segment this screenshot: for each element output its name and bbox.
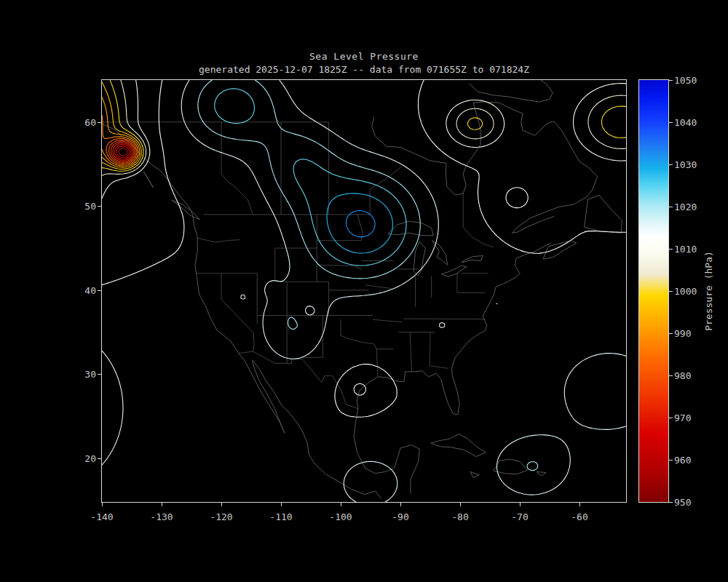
- colorbar-tick-mark: [669, 164, 673, 165]
- x-tick-label: -60: [550, 511, 609, 522]
- x-tick-label: -110: [252, 511, 310, 522]
- x-tick-label: -80: [431, 511, 489, 522]
- colorbar-tick-mark: [669, 249, 673, 250]
- colorbar-gradient: [638, 79, 669, 503]
- colorbar-tick-mark: [669, 80, 673, 81]
- x-tick-mark: [520, 503, 521, 506]
- colorbar-tick-label: 1050: [674, 75, 697, 86]
- colorbar-tick-label: 950: [674, 497, 691, 508]
- x-tick-label: -120: [192, 511, 250, 522]
- colorbar-tick-label: 1030: [674, 159, 697, 170]
- x-tick-label: -90: [371, 511, 430, 522]
- x-tick-label: -130: [132, 511, 191, 522]
- y-tick-mark: [98, 290, 101, 291]
- colorbar-tick-label: 980: [674, 370, 691, 381]
- colorbar-axis-label: Pressure (hPa): [703, 251, 714, 331]
- colorbar-tick-label: 960: [674, 455, 691, 466]
- colorbar-tick-mark: [669, 122, 673, 123]
- colorbar-tick-mark: [669, 291, 673, 292]
- y-tick-mark: [98, 122, 101, 123]
- chart-title: Sea Level Pressure: [102, 51, 626, 62]
- colorbar-tick-mark: [669, 207, 673, 207]
- colorbar-tick-label: 990: [674, 328, 691, 339]
- sea-level-pressure-figure: Sea Level Pressure generated 2025-12-07 …: [0, 0, 728, 582]
- colorbar-tick-label: 1010: [674, 244, 697, 255]
- y-tick-label: 30: [44, 369, 96, 380]
- x-tick-mark: [221, 503, 222, 506]
- y-tick-label: 60: [44, 116, 96, 127]
- y-tick-label: 50: [44, 201, 96, 212]
- x-tick-mark: [579, 503, 580, 506]
- colorbar-tick-mark: [669, 502, 673, 503]
- x-tick-mark: [162, 503, 162, 506]
- colorbar-tick-mark: [669, 333, 673, 334]
- chart-subtitle: generated 2025-12-07 1825Z -- data from …: [66, 64, 662, 75]
- x-tick-mark: [102, 503, 103, 506]
- plot-frame: [101, 79, 627, 503]
- y-tick-label: 20: [44, 453, 96, 463]
- x-tick-mark: [460, 503, 461, 506]
- x-tick-mark: [341, 503, 341, 506]
- contour-map-canvas: [102, 80, 626, 502]
- colorbar-tick-mark: [669, 375, 673, 376]
- y-tick-mark: [98, 206, 101, 207]
- colorbar-tick-label: 970: [674, 412, 691, 423]
- y-tick-label: 40: [44, 284, 96, 295]
- colorbar-tick-label: 1040: [674, 117, 697, 128]
- x-tick-label: -100: [312, 511, 370, 522]
- colorbar-tick-label: 1020: [674, 202, 697, 212]
- colorbar-tick-label: 1000: [674, 286, 697, 297]
- x-tick-mark: [281, 503, 282, 506]
- y-tick-mark: [98, 374, 101, 375]
- x-tick-mark: [400, 503, 401, 506]
- x-tick-label: -70: [491, 511, 549, 522]
- colorbar-tick-mark: [669, 418, 673, 418]
- y-tick-mark: [98, 458, 101, 459]
- x-tick-label: -140: [73, 511, 131, 522]
- colorbar-tick-mark: [669, 460, 673, 461]
